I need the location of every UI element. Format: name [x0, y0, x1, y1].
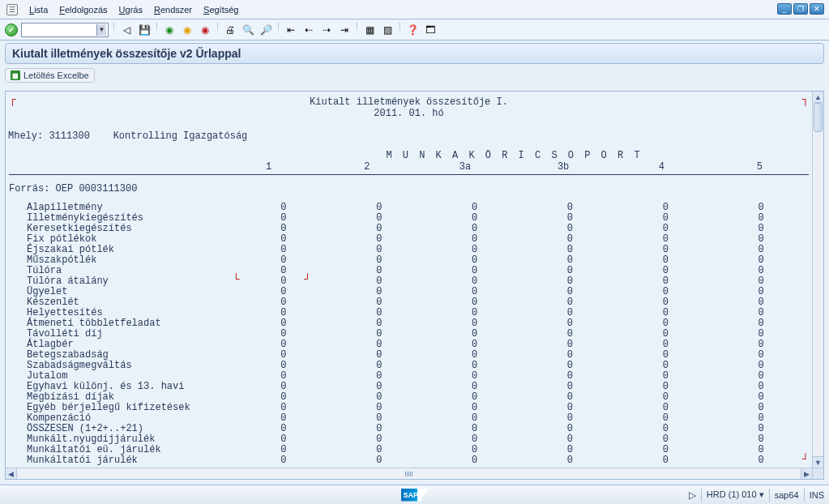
help-icon[interactable]: ❓	[405, 23, 420, 37]
window-close-button[interactable]: ✕	[810, 3, 824, 15]
toolbar-separator	[156, 23, 157, 37]
status-server: sap64	[775, 490, 799, 500]
command-field[interactable]: ▼	[21, 23, 109, 37]
row-value: 0	[617, 455, 713, 466]
nav-back-icon[interactable]: ◉	[162, 23, 177, 37]
page-next-icon[interactable]: ⇢	[319, 23, 334, 37]
data-rows: Alapilletmény000000Illetménykiegészítés0…	[9, 203, 809, 466]
column-3b: 3b	[515, 161, 613, 173]
menu-segitseg[interactable]: Segítség	[203, 5, 238, 15]
find-next-icon[interactable]: 🔎	[259, 23, 273, 37]
mhely-line: Mhely: 3111300 Kontrolling Igazgatóság	[8, 130, 809, 142]
scroll-corner	[812, 468, 823, 479]
toolbar-separator	[278, 23, 279, 37]
nav-exit-icon[interactable]: ◉	[180, 23, 194, 37]
dropdown-icon[interactable]: ▼	[96, 24, 106, 36]
menu-rendszer[interactable]: Rendszer	[154, 5, 192, 15]
row-value: 0	[713, 455, 809, 466]
vertical-scrollbar[interactable]: ▲ ▼	[812, 92, 823, 468]
statusbar: SAP ▷ HRD (1) 010 ▾ sap64 INS	[0, 485, 829, 504]
find-icon[interactable]: 🔍	[241, 23, 255, 37]
print-icon[interactable]: 🖨	[223, 23, 237, 37]
data-row: Távolléti díj000000	[9, 329, 809, 340]
column-1: 1	[220, 161, 318, 173]
row-label: Munkáltatói járulék	[9, 455, 236, 466]
page-title: Kiutalt illetmények összesítője v2 Űrlap…	[5, 43, 824, 64]
data-row: Átmeneti többletfeladat000000	[9, 318, 809, 329]
data-row: Ügyelet000000	[9, 287, 809, 297]
status-ins: INS	[810, 490, 824, 500]
toolbar-separator	[217, 23, 218, 37]
page-first-icon[interactable]: ⇤	[284, 23, 298, 37]
data-row: Túlóra000000	[9, 266, 809, 276]
download-excel-label: Letöltés Excelbe	[24, 70, 89, 80]
shortcut-icon[interactable]: ▨	[380, 23, 395, 37]
row-value: 0	[522, 455, 617, 466]
menubar: ☰ Lista Feldolgozás Ugrás Rendszer Segít…	[0, 0, 829, 19]
customize-icon[interactable]: 🗔	[423, 23, 438, 37]
nav-cancel-icon[interactable]: ◉	[198, 23, 212, 37]
source-line: Forrás: OEP 0003111300	[9, 183, 809, 194]
horizontal-scrollbar[interactable]: ◀ ▶	[6, 468, 812, 479]
data-row: Átlagbér000000	[9, 340, 809, 350]
data-row: Egyhavi különj. és 13. havi000000	[9, 382, 809, 392]
column-2: 2	[318, 161, 416, 173]
toolbar-separator	[113, 23, 114, 37]
column-5: 5	[711, 161, 809, 173]
data-row: Műszakpótlék000000	[9, 255, 809, 266]
selection-mark-icon: └	[233, 273, 239, 286]
page-last-icon[interactable]: ⇥	[337, 23, 352, 37]
toolbar-separator	[400, 23, 400, 37]
scroll-up-icon[interactable]: ▲	[813, 92, 823, 103]
new-session-icon[interactable]: ▦	[362, 23, 377, 37]
row-value: 0	[236, 455, 331, 466]
window-restore-button[interactable]: ❐	[793, 3, 808, 15]
column-group-title: M U N K A K Ö R I C S O P O R T	[220, 150, 809, 161]
window-minimize-button[interactable]: _	[777, 3, 792, 15]
row-value: 0	[427, 455, 523, 466]
data-row: Munkáltatói járulék000000	[9, 455, 809, 466]
menu-lista[interactable]: Lista	[29, 5, 48, 15]
data-row: Keresetkiegészítés000000	[9, 224, 809, 234]
corner-mark-icon: ┐	[802, 93, 809, 106]
column-headers: 1 2 3a 3b 4 5	[9, 161, 809, 175]
row-value: 0	[331, 455, 427, 466]
scroll-right-icon[interactable]: ▶	[801, 468, 812, 479]
data-row: Éjszakai pótlék000000	[9, 245, 809, 255]
report-title: Kiutalt illetmények összesítője I.	[9, 96, 809, 108]
data-row: Szabadságmegváltás000000	[9, 361, 809, 371]
download-excel-button[interactable]: ▦ Letöltés Excelbe	[5, 68, 95, 83]
data-row: Túlóra átalány000000	[9, 276, 809, 287]
menu-ugras[interactable]: Ugrás	[119, 5, 143, 15]
sap-logo: SAP	[401, 489, 429, 502]
nav-pin-icon[interactable]: ▷	[689, 489, 696, 501]
scroll-thumb[interactable]	[814, 103, 823, 132]
scroll-down-icon[interactable]: ▼	[813, 456, 823, 468]
corner-mark-icon: ┘	[802, 453, 809, 466]
app-icon[interactable]: ☰	[6, 4, 18, 15]
excel-icon: ▦	[11, 70, 20, 80]
data-row: Fix pótlékok000000	[9, 234, 809, 245]
save-icon[interactable]: 💾	[137, 23, 152, 37]
corner-mark-icon: ┌	[9, 93, 15, 106]
toolbar-separator	[357, 23, 357, 37]
column-4: 4	[613, 161, 711, 173]
scroll-left-icon[interactable]: ◀	[6, 468, 17, 479]
menu-feldolgozas[interactable]: Feldolgozás	[59, 5, 107, 15]
data-row: Egyéb bérjellegű kifizetések000000	[9, 403, 809, 413]
report-area: ┌ ┐ ┘ └ ┘ Kiutalt illetmények összesítőj…	[5, 91, 824, 480]
column-3a: 3a	[416, 161, 514, 173]
report-period: 2011. 01. hó	[9, 108, 809, 119]
toolbar: ✓ ▼ ◁ 💾 ◉ ◉ ◉ 🖨 🔍 🔎 ⇤ ⇠ ⇢ ⇥ ▦ ▨ ❓ 🗔	[0, 19, 829, 41]
selection-mark-icon: ┘	[304, 273, 310, 286]
enter-button[interactable]: ✓	[5, 23, 18, 36]
data-row: Készenlét000000	[9, 297, 809, 308]
splitter-handle[interactable]	[397, 470, 421, 478]
page-prev-icon[interactable]: ⇠	[301, 23, 316, 37]
status-client[interactable]: HRD (1) 010 ▾	[707, 489, 764, 500]
back-icon[interactable]: ◁	[119, 23, 134, 37]
